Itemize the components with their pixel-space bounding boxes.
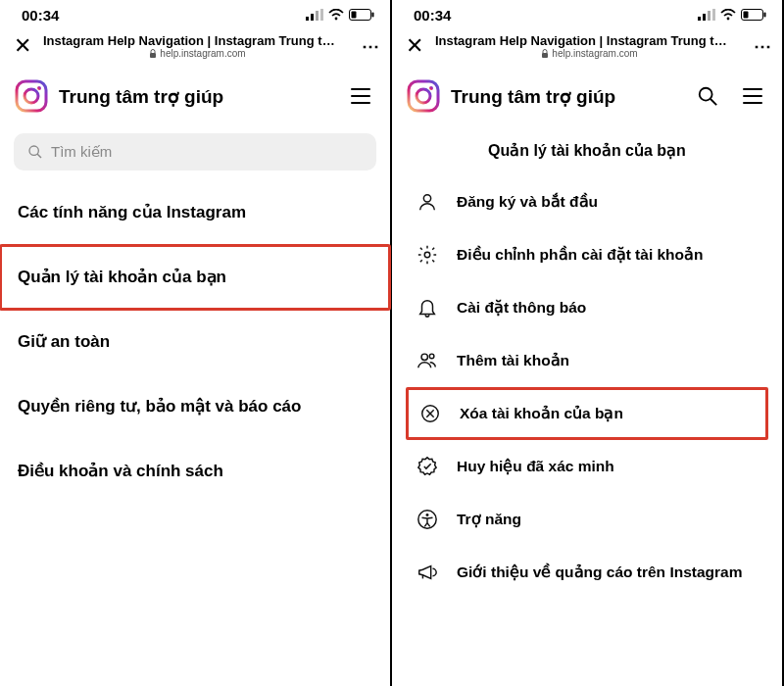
svg-rect-15: [703, 14, 706, 21]
svg-point-10: [24, 89, 38, 103]
svg-point-18: [727, 18, 730, 21]
category-item[interactable]: Quyền riêng tư, bảo mật và báo cáo: [0, 374, 390, 439]
phone-screen-left: 00:34 ✕ Instagram Help Navigation | Inst…: [0, 0, 392, 686]
users-icon: [416, 349, 439, 372]
svg-rect-8: [150, 53, 156, 58]
svg-line-13: [37, 154, 41, 158]
search-placeholder: Tìm kiếm: [51, 143, 112, 161]
battery-icon: [349, 9, 374, 21]
svg-point-30: [421, 354, 427, 360]
more-icon[interactable]: ⋯: [754, 35, 772, 57]
svg-rect-1: [311, 14, 314, 21]
more-icon[interactable]: ⋯: [362, 35, 380, 57]
phone-screen-right: 00:34 ✕ Instagram Help Navigation | Inst…: [392, 0, 784, 686]
lock-icon: [149, 49, 157, 59]
menu-icon[interactable]: [349, 84, 372, 108]
page-title: Instagram Help Navigation | Instagram Tr…: [435, 33, 744, 48]
svg-rect-14: [698, 17, 701, 21]
option-delete-account[interactable]: Xóa tài khoản của bạn: [406, 387, 768, 440]
svg-rect-2: [316, 11, 318, 21]
svg-point-29: [424, 252, 430, 258]
option-ads-info[interactable]: Giới thiệu về quảng cáo trên Instagram: [392, 546, 782, 599]
search-icon[interactable]: [696, 84, 719, 108]
option-notifications[interactable]: Cài đặt thông báo: [392, 281, 782, 334]
page-url: help.instagram.com: [435, 48, 744, 59]
svg-rect-17: [712, 9, 715, 21]
status-indicators: [698, 9, 766, 21]
close-icon[interactable]: ✕: [14, 35, 33, 57]
help-center-title: Trung tâm trợ giúp: [451, 85, 686, 108]
signal-icon: [698, 9, 715, 21]
category-list: Các tính năng của Instagram Quản lý tài …: [0, 180, 390, 504]
svg-rect-9: [17, 81, 46, 111]
lock-icon: [541, 49, 549, 59]
status-bar: 00:34: [0, 0, 390, 29]
badge-icon: [416, 455, 439, 478]
wifi-icon: [720, 9, 736, 21]
search-icon: [27, 144, 43, 160]
app-header: Trung tâm trợ giúp: [392, 65, 782, 127]
svg-point-12: [29, 146, 38, 155]
instagram-logo-icon: [14, 78, 49, 114]
svg-rect-7: [352, 12, 357, 19]
browser-bar: ✕ Instagram Help Navigation | Instagram …: [0, 29, 390, 65]
battery-icon: [741, 9, 766, 21]
svg-rect-23: [409, 81, 438, 111]
option-list: Đăng ký và bắt đầu Điều chỉnh phần cài đ…: [392, 175, 782, 599]
category-item[interactable]: Quản lý tài khoản của bạn: [0, 245, 390, 310]
browser-bar: ✕ Instagram Help Navigation | Instagram …: [392, 29, 782, 65]
status-time: 00:34: [414, 7, 451, 24]
svg-point-31: [429, 354, 434, 359]
status-indicators: [306, 9, 374, 21]
megaphone-icon: [416, 561, 439, 584]
category-item[interactable]: Các tính năng của Instagram: [0, 180, 390, 245]
option-accessibility[interactable]: Trợ năng: [392, 493, 782, 546]
accessibility-icon: [416, 508, 439, 531]
page-url: help.instagram.com: [43, 48, 352, 59]
svg-rect-21: [744, 12, 749, 19]
svg-point-4: [335, 18, 338, 21]
user-icon: [416, 190, 439, 214]
app-header: Trung tâm trợ giúp: [0, 65, 390, 127]
svg-point-25: [429, 86, 433, 90]
svg-point-36: [426, 514, 429, 516]
status-time: 00:34: [22, 7, 59, 24]
svg-rect-16: [708, 11, 710, 21]
option-add-account[interactable]: Thêm tài khoản: [392, 334, 782, 387]
option-settings[interactable]: Điều chỉnh phần cài đặt tài khoản: [392, 228, 782, 281]
delete-icon: [418, 402, 442, 425]
svg-point-24: [416, 89, 430, 103]
section-title: Quản lý tài khoản của bạn: [392, 127, 782, 175]
category-item[interactable]: Điều khoản và chính sách: [0, 439, 390, 504]
help-center-title: Trung tâm trợ giúp: [59, 85, 339, 108]
svg-line-27: [710, 99, 716, 105]
menu-icon[interactable]: [741, 84, 764, 108]
option-verified-badge[interactable]: Huy hiệu đã xác minh: [392, 440, 782, 493]
svg-rect-3: [320, 9, 323, 21]
wifi-icon: [328, 9, 344, 21]
svg-rect-20: [764, 13, 766, 18]
svg-point-11: [37, 86, 41, 90]
svg-rect-0: [306, 17, 309, 21]
category-item[interactable]: Giữ an toàn: [0, 310, 390, 374]
svg-point-28: [423, 195, 430, 202]
option-signup[interactable]: Đăng ký và bắt đầu: [392, 175, 782, 228]
svg-point-26: [700, 88, 712, 101]
gear-icon: [416, 243, 439, 267]
svg-rect-22: [542, 53, 548, 58]
svg-rect-6: [372, 13, 374, 18]
instagram-logo-icon: [406, 78, 441, 114]
bell-icon: [416, 296, 439, 319]
status-bar: 00:34: [392, 0, 782, 29]
signal-icon: [306, 9, 323, 21]
close-icon[interactable]: ✕: [406, 35, 425, 57]
page-title: Instagram Help Navigation | Instagram Tr…: [43, 33, 352, 48]
search-input[interactable]: Tìm kiếm: [14, 133, 376, 171]
